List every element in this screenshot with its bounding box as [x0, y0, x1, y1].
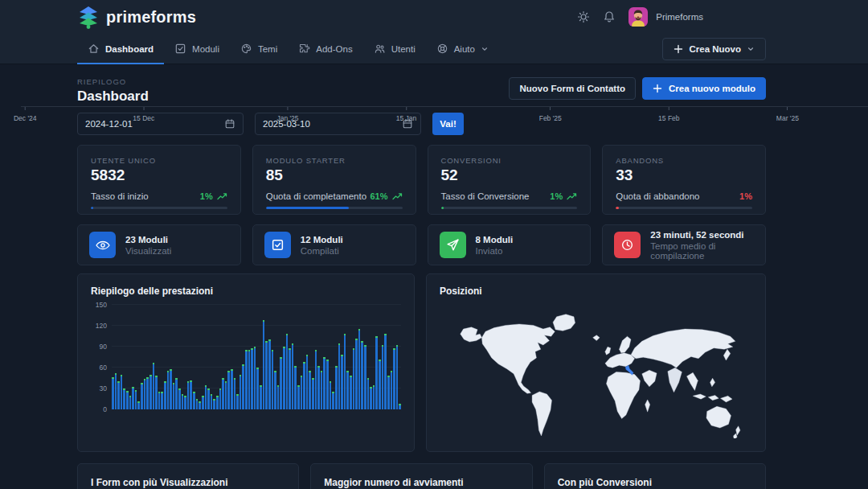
stat-metric: Quota di abbandono [616, 191, 699, 201]
mini-title: 23 Moduli [125, 235, 171, 244]
mini-card-tempo-medio: 23 minuti, 52 secondi Tempo medio di com… [602, 224, 766, 265]
stat-percentage: 1% [550, 191, 577, 201]
sun-icon [577, 10, 590, 23]
eye-icon [89, 232, 116, 258]
stat-value: 5832 [91, 166, 227, 184]
progress-track [266, 207, 403, 209]
progress-track [616, 207, 752, 209]
clock-icon [614, 232, 641, 258]
progress-fill [266, 207, 350, 209]
chart-title: Riepilogo delle prestazioni [91, 286, 401, 297]
mini-subtitle: Visualizzati [125, 246, 171, 256]
nav-item-aiuto[interactable]: Aiuto [426, 34, 499, 64]
mini-title: 12 Moduli [301, 235, 343, 244]
mini-stats-row: 23 Moduli Visualizzati 12 Moduli Compila… [77, 224, 766, 265]
progress-track [91, 207, 227, 209]
mini-subtitle: Tempo medio di compilazione [650, 241, 754, 261]
stat-label: UTENTE UNICO [91, 156, 227, 165]
puzzle-icon [298, 43, 310, 55]
stat-metric: Tasso di inizio [91, 191, 149, 201]
plus-icon [674, 44, 683, 54]
stat-card-modulo-starter: MODULO STARTER 85 Quota di completamento… [252, 145, 416, 215]
stat-value: 33 [616, 166, 752, 184]
nuovo-form-contatto-button[interactable]: Nuovo Form di Contatto [509, 77, 636, 100]
user-name: Primeforms [656, 12, 703, 22]
crea-nuovo-modulo-button[interactable]: Crea nuovo modulo [642, 77, 766, 100]
nav-label: Temi [258, 44, 277, 54]
locations-map-card: Posizioni [426, 273, 766, 452]
dashboard-content: RIEPILOGO Dashboard Nuovo Form di Contat… [0, 64, 766, 489]
brand-name: primeforms [106, 8, 196, 27]
bar-chart: 0306090120150 Dec '2415 DecJan '2515 Jan… [91, 305, 401, 432]
world-map-svg [440, 303, 752, 438]
user-menu[interactable]: Primeforms [628, 7, 703, 27]
mini-subtitle: Inviato [476, 246, 514, 256]
nav-label: Add-Ons [316, 44, 352, 54]
stat-card-utente-unico: UTENTE UNICO 5832 Tasso di inizio 1% [77, 145, 241, 215]
card-piu-avviamenti: Maggior numero di avviamenti [310, 463, 532, 489]
chart-y-axis: 0306090120150 [91, 305, 112, 409]
nav-item-utenti[interactable]: Utenti [363, 34, 426, 64]
nav-label: Moduli [192, 44, 219, 54]
stacked-chevrons-icon [77, 5, 100, 29]
stat-metric: Quota di completamento [266, 191, 366, 201]
mini-card-visualizzati: 23 Moduli Visualizzati [77, 224, 241, 265]
chevron-down-icon [481, 45, 489, 53]
card-piu-visualizzazioni: I Form con più Visualizzazioni [77, 463, 299, 489]
brand-logo[interactable]: primeforms [77, 5, 196, 29]
stat-metric: Tasso di Conversione [441, 191, 530, 201]
topbar: primeforms [0, 0, 868, 34]
trend-up-icon [217, 192, 227, 200]
bell-icon [603, 10, 616, 23]
stat-value: 52 [441, 166, 578, 184]
stat-label: MODULO STARTER [266, 156, 403, 165]
user-avatar [628, 7, 648, 27]
stat-percentage: 1% [200, 191, 227, 201]
world-map [440, 303, 752, 438]
chevron-down-icon [747, 45, 755, 53]
breadcrumb: RIEPILOGO [77, 77, 149, 86]
page-title: Dashboard [77, 88, 149, 105]
nav-item-add-ons[interactable]: Add-Ons [288, 34, 362, 64]
mini-subtitle: Compilati [301, 246, 343, 256]
stat-card-conversioni: CONVERSIONI 52 Tasso di Conversione 1% [428, 145, 592, 215]
stat-label: CONVERSIONI [441, 156, 578, 165]
main-nav: Dashboard Moduli Temi [0, 34, 868, 64]
check-square-icon [264, 232, 291, 258]
nav-label: Dashboard [105, 44, 154, 54]
chart-x-axis: Dec '2415 DecJan '2515 JanFeb '2515 FebM… [21, 106, 868, 127]
progress-fill [616, 207, 618, 209]
mini-card-inviato: 8 Moduli Inviato [428, 224, 592, 265]
bottom-card-title: Con più Conversioni [558, 477, 752, 488]
nav-item-dashboard[interactable]: Dashboard [77, 34, 164, 64]
nav-item-moduli[interactable]: Moduli [164, 34, 230, 64]
theme-toggle-button[interactable] [577, 10, 590, 23]
progress-fill [441, 207, 444, 209]
progress-fill [91, 207, 93, 209]
nav-label: Utenti [391, 44, 416, 54]
check-square-icon [174, 43, 186, 55]
nav-item-temi[interactable]: Temi [230, 34, 288, 64]
send-icon [440, 232, 466, 258]
stat-card-abandons: ABANDONS 33 Quota di abbandono 1% [602, 145, 766, 215]
mini-card-compilati: 12 Moduli Compilati [252, 224, 416, 265]
mini-title: 8 Moduli [476, 235, 514, 244]
progress-track [441, 207, 578, 209]
crea-nuovo-modulo-label: Crea nuovo modulo [669, 84, 755, 93]
crea-nuovo-label: Crea Nuovo [689, 44, 741, 54]
mini-title: 23 minuti, 52 secondi [650, 230, 754, 240]
performance-chart-card: Riepilogo delle prestazioni 030609012015… [77, 273, 415, 452]
bar-series [112, 305, 401, 409]
palette-icon [240, 43, 252, 55]
crea-nuovo-button[interactable]: Crea Nuovo [662, 38, 766, 60]
stat-value: 85 [266, 166, 403, 184]
help-circle-icon [436, 43, 448, 55]
notifications-button[interactable] [603, 10, 616, 23]
home-icon [88, 43, 100, 55]
bottom-card-title: I Form con più Visualizzazioni [91, 477, 285, 488]
trend-up-icon [392, 192, 403, 200]
stats-row: UTENTE UNICO 5832 Tasso di inizio 1% MOD… [77, 145, 766, 215]
bottom-card-title: Maggior numero di avviamenti [324, 477, 518, 488]
stat-percentage: 61% [370, 191, 402, 201]
bottom-row: I Form con più Visualizzazioni Maggior n… [77, 463, 766, 489]
